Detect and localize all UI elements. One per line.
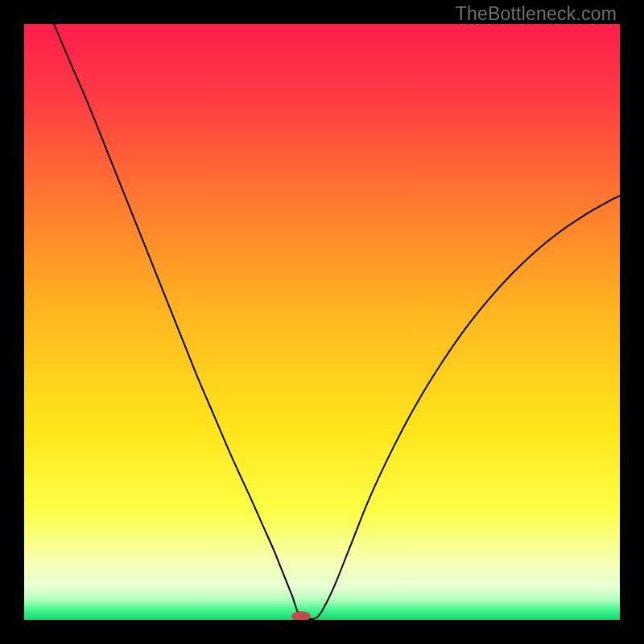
plot-area	[24, 24, 620, 620]
curve-layer	[24, 24, 620, 620]
bottleneck-marker	[291, 611, 311, 620]
chart-frame: TheBottleneck.com	[0, 0, 644, 644]
bottleneck-curve	[54, 24, 620, 619]
watermark-text: TheBottleneck.com	[456, 3, 617, 25]
